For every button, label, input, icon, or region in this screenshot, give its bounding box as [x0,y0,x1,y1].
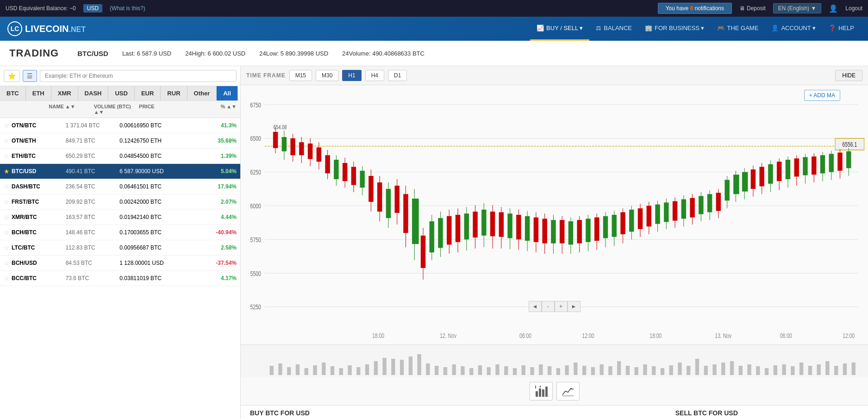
market-row[interactable]: ☆ DASH/BTC 236.54 BTC 0.06461501 BTC 17.… [0,179,240,194]
market-row[interactable]: ☆ OTN/BTC 1 371.04 BTC 0.00616950 BTC 41… [0,118,240,133]
market-row[interactable]: ☆ FRST/BTC 209.92 BTC 0.00242000 BTC 2.0… [0,194,240,210]
tab-eur[interactable]: EUR [135,86,161,100]
market-row[interactable]: ☆ ETH/BTC 650.29 BTC 0.04854500 BTC 1.39… [0,149,240,164]
deposit-button[interactable]: 🖥 Deposit [739,5,766,12]
svg-rect-179 [417,354,421,375]
svg-rect-111 [673,201,677,221]
svg-rect-59 [447,216,451,245]
tf-h1[interactable]: H1 [342,70,361,81]
col-name-label[interactable]: NAME ▲▼ [49,104,94,115]
svg-rect-227 [834,366,838,375]
add-ma-button[interactable]: + ADD MA [804,90,840,101]
nav-buy-sell[interactable]: 📈 BUY / SELL ▾ [530,17,589,41]
svg-rect-208 [669,365,673,375]
svg-rect-187 [487,367,491,375]
tab-usd[interactable]: USD [108,86,134,100]
svg-rect-45 [386,189,391,218]
volume: 112.83 BTC [66,244,120,251]
svg-rect-105 [647,206,651,226]
svg-rect-229 [852,363,856,375]
pair-name: DASH/BTC [12,183,66,190]
tab-dash[interactable]: DASH [78,86,109,100]
account-icon: 👤 [771,25,779,31]
tf-h4[interactable]: H4 [365,70,384,81]
svg-rect-181 [435,366,438,375]
market-header: NAME ▲▼ VOLUME (BTC) ▲▼ PRICE % ▲▼ [0,101,240,118]
tf-m15[interactable]: M15 [289,70,312,81]
tab-eth[interactable]: ETH [26,86,51,100]
nav-account[interactable]: 👤 ACCOUNT ▾ [765,17,822,41]
chart-toolbar: TIME FRAME M15 M30 H1 H4 D1 HIDE [241,66,868,85]
star-icon[interactable]: ☆ [4,183,10,190]
hide-button[interactable]: HIDE [835,70,862,81]
user-icon[interactable]: 👤 [829,4,838,13]
svg-rect-209 [678,363,681,375]
what-is-link[interactable]: (What is this?) [110,5,145,12]
tab-rur[interactable]: RUR [161,86,187,100]
chart-nav-zoom-out[interactable]: - [542,301,555,312]
svg-rect-224 [808,366,812,375]
star-icon[interactable]: ☆ [4,213,10,221]
nav-the-game[interactable]: 🎮 THE GAME [711,17,765,41]
market-row[interactable]: ☆ LTC/BTC 112.83 BTC 0.00956687 BTC 2.58… [0,240,240,256]
notifications-button[interactable]: You have 0 notifications [658,3,732,14]
svg-rect-233 [545,387,548,397]
svg-rect-212 [704,366,708,375]
market-row[interactable]: ☆ XMR/BTC 163.57 BTC 0.01942140 BTC 4.44… [0,210,240,225]
star-icon[interactable]: ☆ [4,244,10,251]
col-price[interactable]: PRICE [139,104,206,115]
star-icon[interactable]: ☆ [4,259,10,267]
market-search-input[interactable] [40,70,237,82]
list-view-button[interactable]: ☰ [23,70,37,82]
svg-rect-137 [786,160,790,179]
chart-nav-zoom-in[interactable]: + [555,301,568,312]
star-icon[interactable]: ☆ [4,137,10,144]
volume: 209.92 BTC [66,199,120,205]
star-icon[interactable]: ☆ [4,275,10,282]
tab-xmr[interactable]: XMR [51,86,78,100]
market-row[interactable]: ☆ OTN/ETH 849.71 BTC 0.12426750 ETH 35.6… [0,133,240,149]
market-row[interactable]: ☆ BCH/USD 84.53 BTC 1 128.00001 USD -37.… [0,256,240,271]
tf-d1[interactable]: D1 [388,70,407,81]
nav-for-business[interactable]: 🏢 FOR BUSINESS ▾ [638,17,711,41]
pair-name: XMR/BTC [12,214,66,220]
star-icon[interactable]: ★ [4,168,10,175]
svg-rect-75 [516,215,521,239]
currency-selector[interactable]: USD [83,4,102,13]
star-icon[interactable]: ☆ [4,198,10,206]
nav-balance[interactable]: ⚖ BALANCE [589,17,638,41]
nav-help[interactable]: ❓ HELP [822,17,861,41]
market-row[interactable]: ☆ BCH/BTC 148.46 BTC 0.17003655 BTC -40.… [0,225,240,240]
star-icon[interactable]: ☆ [4,152,10,160]
tab-btc[interactable]: BTC [0,86,26,100]
price: 0.00242000 BTC [119,199,200,205]
svg-rect-203 [626,366,630,375]
svg-rect-93 [594,218,599,241]
col-volume[interactable]: VOLUME (BTC) ▲▼ [94,104,139,115]
pair-name: BTC/USD [12,168,66,175]
favorites-view-button[interactable]: ⭐ [4,70,20,82]
market-row[interactable]: ☆ BCC/BTC 73.6 BTC 0.03811019 BTC 4.17% [0,271,240,286]
chart-nav-right[interactable]: ► [568,301,581,312]
logout-button[interactable]: Logout [845,5,862,12]
star-icon[interactable]: ☆ [4,229,10,236]
star-icon[interactable]: ☆ [4,122,10,129]
svg-rect-141 [803,157,807,175]
svg-rect-190 [513,368,517,375]
tab-all[interactable]: All [217,86,238,100]
line-chart-button[interactable] [556,382,580,400]
svg-rect-55 [430,221,434,252]
svg-rect-43 [377,182,382,212]
language-selector[interactable]: EN (English) ▼ [773,3,822,13]
svg-rect-101 [629,210,634,232]
bar-chart-button[interactable] [530,382,553,400]
svg-rect-149 [837,153,842,171]
price: 0.04854500 BTC [119,153,200,159]
col-pct[interactable]: % ▲▼ [206,104,237,115]
low-24: 24Low: 5 890.39998 USD [259,50,328,57]
tf-m30[interactable]: M30 [316,70,338,81]
market-row[interactable]: ★ BTC/USD 490.41 BTC 6 587.90000 USD 5.0… [0,164,240,179]
tab-other[interactable]: Other [187,86,217,100]
chart-nav-left[interactable]: ◄ [529,301,542,312]
svg-rect-91 [586,219,590,242]
